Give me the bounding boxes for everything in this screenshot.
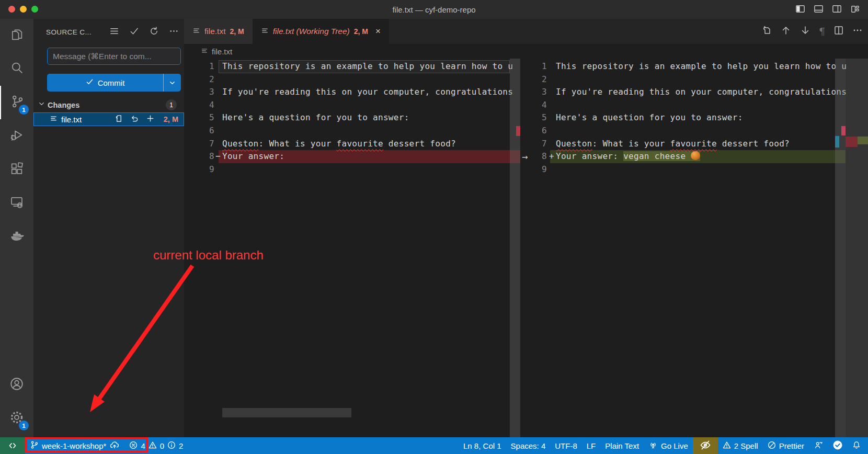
changes-count-badge: 1: [166, 99, 177, 110]
files-icon: [9, 27, 24, 44]
changed-file-row[interactable]: file.txt 2, M: [33, 112, 184, 126]
commit-dropdown-button[interactable]: [163, 74, 181, 92]
commit-button[interactable]: Commit: [47, 74, 181, 92]
spell-problems-item[interactable]: 2 Spell: [718, 437, 763, 454]
toggle-secondary-sidebar-icon[interactable]: [831, 4, 842, 15]
sidebar-item-docker[interactable]: [0, 220, 33, 253]
refresh-icon[interactable]: [149, 26, 159, 38]
sidebar-item-search[interactable]: [0, 52, 33, 86]
sidebar-item-source-control[interactable]: 1: [0, 86, 33, 119]
info-icon: [167, 441, 176, 451]
changes-label: Changes: [48, 101, 79, 109]
customize-layout-icon[interactable]: [850, 4, 861, 15]
render-whitespace-icon[interactable]: ¶: [819, 26, 825, 37]
extensions-icon: [9, 161, 24, 178]
text-file-icon: [50, 115, 58, 124]
change-marker: [841, 126, 846, 135]
open-changes-icon[interactable]: [761, 25, 772, 38]
vscode-window: file.txt — cyf-demo-repo 1: [0, 0, 868, 454]
horizontal-scrollbar[interactable]: [222, 408, 351, 417]
deleted-code-line: Your answer:: [222, 150, 284, 163]
person-feedback-icon: [814, 440, 824, 451]
macos-traffic-lights: [8, 6, 38, 13]
prettier-item[interactable]: Prettier: [763, 437, 809, 454]
split-editor-icon[interactable]: [833, 25, 844, 38]
remote-explorer-icon: [9, 195, 24, 211]
more-actions-icon[interactable]: [169, 26, 179, 38]
previous-change-icon[interactable]: [780, 25, 792, 38]
close-window-button[interactable]: [8, 6, 15, 13]
left-scrollbar[interactable]: [510, 59, 520, 437]
changes-section-header[interactable]: Changes 1: [33, 98, 184, 111]
commit-message-input[interactable]: Message (⌘Enter to com...: [47, 48, 181, 65]
tab-label: file.txt (Working Tree): [273, 27, 350, 36]
sidebar-item-run-debug[interactable]: [0, 119, 33, 153]
code-line: Queston: What is your favourite dessert …: [556, 138, 790, 151]
right-scrollbar[interactable]: [835, 59, 846, 437]
scm-changes-badge: 1: [19, 105, 29, 115]
sidebar-item-explorer[interactable]: [0, 19, 33, 52]
accounts-button[interactable]: [0, 368, 33, 402]
overview-added-mark: [858, 137, 868, 144]
cursor-position-item[interactable]: Ln 8, Col 1: [459, 437, 506, 454]
code-line: If you're reading this on your computer,…: [556, 86, 847, 99]
warning-count: 0: [160, 441, 164, 450]
sidebar-item-extensions[interactable]: [0, 153, 33, 186]
chevron-down-icon: [38, 100, 45, 110]
breadcrumb-file: file.txt: [212, 47, 232, 56]
warning-icon: [149, 441, 157, 451]
settings-badge: 1: [19, 421, 29, 430]
spell-checker-toggle-item[interactable]: [693, 437, 718, 454]
sidebar-item-remote-explorer[interactable]: [0, 186, 33, 220]
code-line: Here's a question for you to answer:: [556, 111, 743, 124]
text-file-icon: [201, 47, 208, 56]
added-code-line: Your answer: vegan cheese 🥮: [556, 150, 700, 163]
more-actions-icon[interactable]: [852, 25, 863, 38]
check-circle-icon: [833, 440, 842, 451]
close-tab-icon[interactable]: ×: [375, 26, 381, 37]
code-line: Here's a question for you to answer:: [222, 111, 409, 124]
bell-icon: [852, 440, 861, 451]
code-line: This repository is an example to help yo…: [222, 60, 513, 73]
remote-indicator[interactable]: [0, 437, 25, 454]
tab-label: file.txt: [204, 27, 225, 36]
code-line: Queston: What is your favourite dessert …: [222, 138, 456, 151]
tab-file-txt-working-tree[interactable]: file.txt (Working Tree) 2, M ×: [253, 19, 389, 44]
tab-problems-badge: 2, M: [354, 27, 368, 36]
activity-bar: 1 1: [0, 19, 33, 437]
code-line: This repository is an example to help yo…: [556, 60, 847, 73]
go-live-item[interactable]: Go Live: [644, 437, 693, 454]
toggle-sidebar-icon[interactable]: [795, 4, 806, 15]
tab-file-txt[interactable]: file.txt 2, M: [184, 19, 253, 44]
zoom-window-button[interactable]: [31, 6, 38, 13]
encoding-item[interactable]: UTF-8: [550, 437, 582, 454]
window-title: file.txt — cyf-demo-repo: [392, 5, 475, 14]
run-debug-icon: [9, 128, 24, 144]
language-mode-item[interactable]: Plain Text: [600, 437, 644, 454]
cursor-marker: [835, 136, 839, 147]
mooncake-emoji: 🥮: [691, 151, 700, 160]
breadcrumb[interactable]: file.txt: [184, 44, 868, 59]
next-change-icon[interactable]: [800, 25, 811, 38]
info-count: 2: [179, 441, 183, 450]
workspace-trust-item[interactable]: [828, 437, 847, 454]
diff-editor[interactable]: 1This repository is an example to help y…: [184, 59, 868, 437]
stage-changes-icon[interactable]: [146, 114, 155, 125]
diff-change-arrow-icon[interactable]: →: [522, 150, 528, 163]
view-as-tree-icon[interactable]: [109, 26, 119, 38]
changed-file-name: file.txt: [61, 115, 82, 124]
minimize-window-button[interactable]: [20, 6, 27, 13]
discard-changes-icon[interactable]: [130, 114, 139, 125]
docker-icon: [9, 228, 25, 245]
eol-item[interactable]: LF: [582, 437, 601, 454]
settings-button[interactable]: 1: [0, 402, 33, 435]
notifications-item[interactable]: [847, 437, 866, 454]
indentation-item[interactable]: Spaces: 4: [506, 437, 551, 454]
open-file-icon[interactable]: [115, 114, 123, 125]
toggle-panel-icon[interactable]: [813, 4, 824, 15]
commit-check-icon[interactable]: [129, 26, 139, 38]
feedback-item[interactable]: [809, 437, 828, 454]
commit-message-placeholder: Message (⌘Enter to com...: [53, 52, 152, 61]
text-file-icon: [261, 27, 269, 37]
annotation-label: current local branch: [153, 248, 264, 263]
